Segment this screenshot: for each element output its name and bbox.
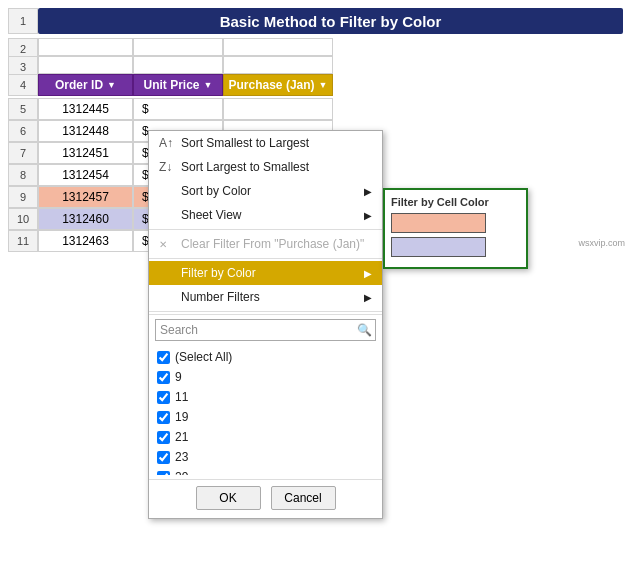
row-num-7: 7 (8, 142, 38, 164)
checkbox-21[interactable]: 21 (157, 427, 374, 447)
menu-item-number-filters[interactable]: Number Filters ▶ (149, 285, 382, 309)
cell-order-4: 1312454 (38, 164, 133, 186)
cell-order-7: 1312463 (38, 230, 133, 252)
row-num-6: 6 (8, 120, 38, 142)
checkbox-9-input[interactable] (157, 371, 170, 384)
cancel-button[interactable]: Cancel (271, 486, 336, 510)
row-num-5: 5 (8, 98, 38, 120)
row-num-9: 9 (8, 186, 38, 208)
row-num-1: 1 (8, 8, 38, 34)
submenu-title: Filter by Cell Color (391, 196, 520, 208)
checkbox-select-all-input[interactable] (157, 351, 170, 364)
empty-cell (133, 38, 223, 56)
dropdown-arrow-order[interactable]: ▼ (107, 80, 116, 90)
empty-cell (38, 56, 133, 74)
cell-price-1: $ (133, 98, 223, 120)
checkbox-23[interactable]: 23 (157, 447, 374, 467)
menu-separator-1 (149, 229, 382, 230)
title-bar: Basic Method to Filter by Color (38, 8, 623, 34)
menu-item-filter-by-color[interactable]: Filter by Color ▶ (149, 261, 382, 285)
menu-item-sort-desc[interactable]: Z↓ Sort Largest to Smallest (149, 155, 382, 179)
menu-item-sort-color[interactable]: Sort by Color ▶ (149, 179, 382, 203)
sort-desc-icon: Z↓ (159, 160, 175, 174)
checkbox-11[interactable]: 11 (157, 387, 374, 407)
dropdown-arrow-purchase[interactable]: ▼ (319, 80, 328, 90)
checkbox-9[interactable]: 9 (157, 367, 374, 387)
empty-cell (223, 56, 333, 74)
search-input-wrapper[interactable]: Search 🔍 (155, 319, 376, 341)
sort-asc-icon: A↑ (159, 136, 175, 150)
cell-purchase-1 (223, 98, 333, 120)
menu-item-sheet-view[interactable]: Sheet View ▶ (149, 203, 382, 227)
col-header-order-id[interactable]: Order ID ▼ (38, 74, 133, 96)
search-area: Search 🔍 (149, 314, 382, 345)
cell-order-2: 1312448 (38, 120, 133, 142)
arrow-icon: ▶ (364, 186, 372, 197)
color-swatch-lavender[interactable] (391, 237, 486, 257)
checkbox-list: (Select All) 9 11 19 21 23 (149, 345, 382, 475)
cell-order-5: 1312457 (38, 186, 133, 208)
arrow-icon: ▶ (364, 268, 372, 279)
menu-separator-2 (149, 258, 382, 259)
col-header-unit-price[interactable]: Unit Price ▼ (133, 74, 223, 96)
checkbox-19-input[interactable] (157, 411, 170, 424)
button-row: OK Cancel (149, 479, 382, 518)
col-header-purchase[interactable]: Purchase (Jan) ▼ (223, 74, 333, 96)
search-icon: 🔍 (353, 319, 375, 341)
color-swatch-salmon[interactable] (391, 213, 486, 233)
submenu-filter-by-cell-color: Filter by Cell Color (383, 188, 528, 269)
checkbox-11-input[interactable] (157, 391, 170, 404)
empty-cell (38, 38, 133, 56)
search-placeholder: Search (156, 323, 353, 337)
row-num-8: 8 (8, 164, 38, 186)
row-num-11: 11 (8, 230, 38, 252)
checkbox-23-input[interactable] (157, 451, 170, 464)
cell-order-1: 1312445 (38, 98, 133, 120)
checkbox-select-all[interactable]: (Select All) (157, 347, 374, 367)
checkbox-19[interactable]: 19 (157, 407, 374, 427)
ok-button[interactable]: OK (196, 486, 261, 510)
cell-order-6: 1312460 (38, 208, 133, 230)
row-num-10: 10 (8, 208, 38, 230)
row-num-4: 4 (8, 74, 38, 96)
menu-separator-3 (149, 311, 382, 312)
arrow-icon: ▶ (364, 292, 372, 303)
checkbox-29-input[interactable] (157, 471, 170, 476)
empty-cell (223, 38, 333, 56)
empty-cell (133, 56, 223, 74)
arrow-icon: ▶ (364, 210, 372, 221)
menu-item-clear-filter[interactable]: ✕ Clear Filter From "Purchase (Jan)" (149, 232, 382, 256)
context-menu: A↑ Sort Smallest to Largest Z↓ Sort Larg… (148, 130, 383, 519)
cell-order-3: 1312451 (38, 142, 133, 164)
clear-filter-icon: ✕ (159, 239, 175, 250)
watermark: wsxvip.com (578, 238, 625, 248)
checkbox-29[interactable]: 29 (157, 467, 374, 475)
menu-item-sort-asc[interactable]: A↑ Sort Smallest to Largest (149, 131, 382, 155)
checkbox-21-input[interactable] (157, 431, 170, 444)
dropdown-arrow-price[interactable]: ▼ (204, 80, 213, 90)
